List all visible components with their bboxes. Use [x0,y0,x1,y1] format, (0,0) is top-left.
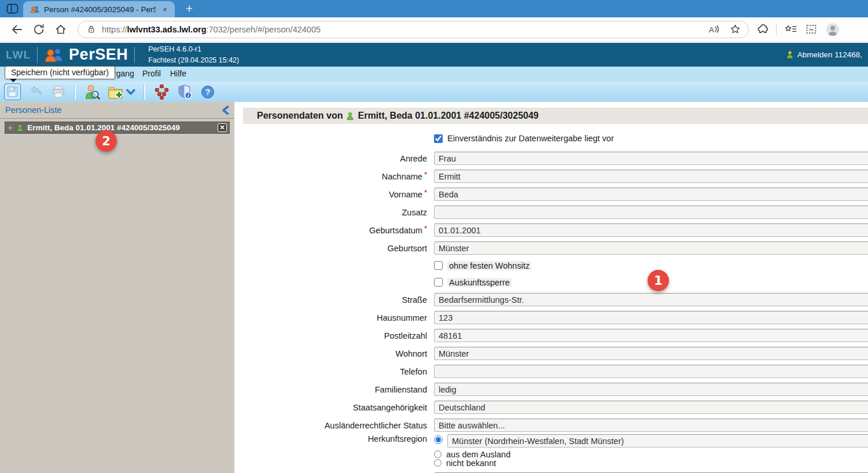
help-icon: ? [200,85,215,100]
new-tab-button[interactable]: + [182,1,197,16]
person-list-header: Personen-Liste [0,102,234,119]
option-label: nicht bekannt [446,459,496,468]
text-input[interactable] [434,170,868,183]
text-input[interactable] [434,206,868,219]
checkbox-label: ohne festen Wohnsitz [447,261,531,270]
herkunftsregion-option: aus dem Ausland [434,450,868,459]
field-label: Staatsangehörigkeit [243,403,427,412]
consent-row: Einverständnis zur Datenweitergabe liegt… [434,134,868,143]
text-input[interactable] [434,311,868,324]
toolbar-divider [75,84,76,100]
field-label: Wohnort [243,349,427,358]
url-text[interactable]: https://lwlvnt33.ads.lwl.org:7032/perseh… [102,25,321,34]
text-input[interactable] [434,293,868,306]
refresh-icon[interactable] [30,21,47,38]
version-info: PerSEH 4.6.0-r1 Fachtest (29.04.2025 15:… [148,44,239,65]
checkbox-label: Auskunftssperre [447,278,512,287]
favorites-bar-icon[interactable] [784,24,797,35]
tab-close-icon[interactable]: × [160,4,170,14]
menu-item-vorgang[interactable]: rgang [113,69,134,78]
undo-icon [28,85,43,99]
person-list-title: Personen-Liste [5,105,62,115]
form-row: Wohnort [243,344,868,362]
avatar[interactable] [825,22,840,37]
logout-button[interactable]: Abmelden 112468, [786,50,862,59]
herkunftsregion-radio-region[interactable] [434,435,443,444]
text-input[interactable] [434,401,868,414]
menu-bar: rgang Profil Hilfe Speichern (nicht verf… [0,67,868,82]
toolbar-divider [776,24,777,35]
perseh-people-icon [44,47,65,63]
checkbox[interactable] [434,278,443,287]
form-row: Anrede [243,149,868,167]
text-input[interactable] [434,241,868,255]
consent-checkbox[interactable] [434,134,443,143]
herkunftsregion-row: Herkunftsregion [243,434,868,450]
help-button[interactable]: ? [200,85,215,100]
field-label: Nachname [243,172,427,181]
text-input[interactable] [434,419,868,432]
person-list-item[interactable]: + Ermitt, Beda 01.01.2001 #424005/302504… [5,122,230,134]
app-title: PerSEH [69,46,128,64]
browser-tab-strip: Person #424005/3025049 - PerSE × + [0,0,868,17]
undo-button[interactable] [28,85,43,99]
text-input[interactable] [434,329,868,342]
herkunftsregion-option: nicht bekannt [434,459,868,467]
address-bar[interactable]: https://lwlvnt33.ads.lwl.org:7032/perseh… [78,21,749,38]
back-icon[interactable] [8,21,25,38]
form-row: Straße [243,291,868,309]
herkunftsregion-radio-unbekannt[interactable] [434,459,442,467]
home-icon[interactable] [52,21,69,38]
person-item-label[interactable]: Ermitt, Beda 01.01.2001 #424005/3025049 [27,123,214,132]
text-input[interactable] [434,347,868,360]
annotation-badge-1: 1 [648,270,669,291]
form-row: Postleitzahl [243,327,868,344]
header-divider [134,47,135,63]
text-input[interactable] [434,365,868,378]
form-row: Nachname [243,167,868,185]
herkunftsregion-radio-ausland[interactable] [434,450,442,458]
remove-person-icon[interactable]: ✕ [218,123,227,132]
header-divider [37,47,38,63]
network-button[interactable] [154,84,170,100]
person-data-pane: Personendaten von Ermitt, Beda 01.01.200… [243,102,868,473]
menu-item-profil[interactable]: Profil [142,69,161,78]
text-input[interactable] [434,188,868,201]
text-input[interactable] [434,223,868,237]
menu-item-hilfe[interactable]: Hilfe [170,69,186,78]
person-form: Anrede Nachname Vorname Zusatz Geburtsda… [243,149,868,473]
page-title-prefix: Personendaten von [257,111,343,121]
add-folder-button[interactable] [108,85,135,99]
print-button[interactable] [51,85,66,99]
app-header: LWL PerSEH PerSEH 4.6.0-r1 Fachtest (29.… [0,42,868,67]
user-icon [786,50,794,59]
field-label: Familienstand [243,385,427,394]
form-row: Zusatz [243,203,868,221]
text-input[interactable] [434,152,868,165]
herkunftsregion-input[interactable] [447,434,868,448]
lock-icon[interactable] [86,24,96,34]
collapse-panel-icon[interactable] [222,106,229,115]
checkbox[interactable] [434,261,443,270]
person-search-icon [84,84,100,100]
person-search-button[interactable] [84,84,100,100]
page-title: Personendaten von Ermitt, Beda 01.01.200… [243,108,868,124]
text-input[interactable] [434,383,868,396]
checkbox-row: ohne festen Wohnsitz [434,257,868,274]
expand-icon[interactable]: + [8,123,13,133]
favorite-star-icon[interactable] [729,23,741,35]
cut-off-row [243,470,868,473]
extensions-icon[interactable] [756,23,768,35]
read-aloud-icon[interactable]: A [708,24,720,35]
page-title-person: Ermitt, Beda 01.01.2001 #424005/3025049 [358,111,538,121]
logout-label[interactable]: Abmelden 112468, [797,50,862,59]
shield-info-button[interactable]: i [177,84,193,100]
chevron-down-icon [126,89,135,96]
field-label: Straße [243,295,427,305]
workspaces-icon[interactable] [3,1,21,16]
svg-text:A: A [709,25,714,34]
web-capture-icon[interactable]: ✂ [805,23,818,35]
person-icon [16,124,24,132]
browser-tab[interactable]: Person #424005/3025049 - PerSE × [23,1,175,17]
save-button[interactable] [4,83,21,100]
